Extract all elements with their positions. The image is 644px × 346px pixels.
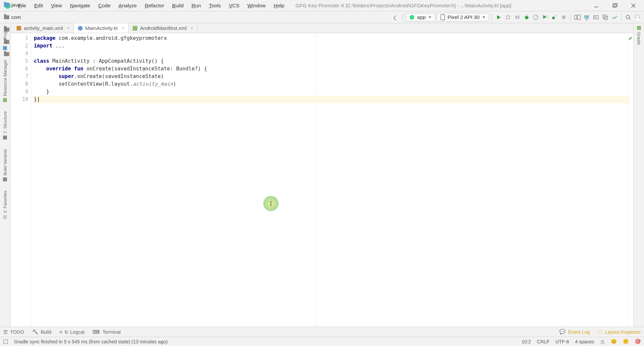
code-line[interactable]: import ... xyxy=(34,42,629,50)
line-number[interactable]: 9 xyxy=(11,88,31,96)
breadcrumb-label: com xyxy=(11,14,21,20)
emoji-sad-icon[interactable]: 😕 xyxy=(623,339,629,344)
tool-window-build-variants[interactable]: Build Variants xyxy=(3,149,8,181)
indent-setting[interactable]: 4 spaces xyxy=(575,339,594,344)
breadcrumb-item[interactable]: com xyxy=(4,14,51,20)
menu-bar: File Edit View Navigate Code Analyze Ref… xyxy=(0,0,644,11)
menu-window[interactable]: Window xyxy=(244,2,269,9)
tool-window-todo[interactable]: ☰TODO xyxy=(3,329,24,335)
status-bar: Gradle sync finished in 5 s 549 ms (from… xyxy=(0,337,644,346)
code-line[interactable] xyxy=(34,50,629,57)
editor-tab-label: activity_main.xml xyxy=(24,25,63,31)
toolbar-separator xyxy=(403,14,403,21)
line-number[interactable]: 2 xyxy=(11,42,31,50)
tool-window-event-log[interactable]: 💬Event Log xyxy=(559,329,590,335)
editor-tabs: activity_main.xml×MainActivity.kt×Androi… xyxy=(11,23,633,33)
close-tab-icon[interactable]: × xyxy=(191,26,193,31)
line-number[interactable]: 4 xyxy=(11,50,31,57)
code-line[interactable]: override fun onCreate(savedInstanceState… xyxy=(34,65,629,73)
layout-inspector-icon[interactable] xyxy=(601,13,609,21)
code-area[interactable]: I package com.example.android.gfgkeyprom… xyxy=(31,33,629,327)
svg-rect-12 xyxy=(515,16,517,19)
editor-tab[interactable]: MainActivity.kt× xyxy=(74,23,129,33)
tool-window-resource-manager[interactable]: Resource Manager xyxy=(3,59,8,102)
stop-button[interactable] xyxy=(560,13,568,21)
window-minimize-button[interactable] xyxy=(592,2,600,10)
svg-marker-28 xyxy=(585,19,588,20)
tool-window-structure[interactable]: 7: Structure xyxy=(3,111,8,139)
analysis-ok-icon: ✔ xyxy=(628,35,633,42)
tool-window-favorites[interactable]: 2: Favorites xyxy=(3,191,8,219)
editor-tab[interactable]: AndroidManifest.xml× xyxy=(129,23,198,33)
marker-bar[interactable]: ✔ xyxy=(629,33,633,327)
tool-window-gradle[interactable]: Gradle xyxy=(636,26,641,45)
menu-analyze[interactable]: Analyze xyxy=(115,2,140,9)
toolbar-separator xyxy=(570,14,571,21)
code-line[interactable]: } xyxy=(34,88,629,96)
readonly-lock-icon[interactable] xyxy=(600,339,605,344)
status-box-icon[interactable] xyxy=(3,339,8,344)
app-quality-icon[interactable] xyxy=(611,13,618,21)
line-number[interactable]: 1 xyxy=(11,35,31,42)
line-number[interactable]: 8 xyxy=(11,80,31,88)
device-selector[interactable]: Pixel 2 API 30 ▼ xyxy=(437,13,489,22)
editor-tab[interactable]: activity_main.xml× xyxy=(13,23,74,33)
file-encoding[interactable]: UTF-8 xyxy=(555,339,569,344)
menu-build[interactable]: Build xyxy=(169,2,187,9)
svg-rect-9 xyxy=(441,15,445,20)
menu-code[interactable]: Code xyxy=(95,2,114,9)
attach-debugger-icon[interactable] xyxy=(550,13,558,21)
search-everywhere-icon[interactable] xyxy=(624,13,632,21)
sync-project-icon[interactable] xyxy=(392,13,400,21)
code-line[interactable]: setContentView(R.layout.activity_main) xyxy=(34,80,629,88)
tool-window-build[interactable]: 🔨Build xyxy=(32,329,51,335)
line-number[interactable]: 7 xyxy=(11,73,31,80)
emoji-happy-icon[interactable]: 😊 xyxy=(611,339,617,344)
svg-point-36 xyxy=(636,16,638,18)
line-separator[interactable]: CRLF xyxy=(537,339,549,344)
code-line[interactable]: class MainActivity : AppCompatActivity()… xyxy=(34,57,629,65)
close-tab-icon[interactable]: × xyxy=(122,26,124,31)
sdk-manager-icon[interactable] xyxy=(583,13,591,21)
file-type-icon xyxy=(17,26,21,31)
apply-code-changes-icon[interactable] xyxy=(513,13,521,21)
gutter[interactable]: 1245678910 xyxy=(11,33,31,327)
avd-manager-icon[interactable] xyxy=(573,13,581,21)
tool-window-project[interactable]: 1: Project xyxy=(3,26,8,50)
menu-tools[interactable]: Tools xyxy=(206,2,224,9)
breadcrumb-label: java xyxy=(11,2,21,8)
line-number[interactable]: 10 xyxy=(11,96,31,103)
apply-changes-restart-icon[interactable] xyxy=(504,13,512,21)
android-app-icon xyxy=(409,15,415,20)
profile-button[interactable] xyxy=(532,13,540,21)
window-close-button[interactable] xyxy=(629,2,637,10)
code-line[interactable]: super.onCreate(savedInstanceState) xyxy=(34,73,629,80)
emoji-target-icon[interactable]: 🎯 xyxy=(635,339,641,344)
menu-navigate[interactable]: Navigate xyxy=(67,2,94,9)
menu-vcs[interactable]: VCS xyxy=(225,2,243,9)
debug-button[interactable] xyxy=(523,13,531,21)
tool-window-terminal[interactable]: ⌨Terminal xyxy=(93,329,121,335)
menu-help[interactable]: Help xyxy=(270,2,288,9)
line-number[interactable]: 5 xyxy=(11,57,31,65)
window-maximize-button[interactable] xyxy=(611,2,619,10)
tool-window-logcat[interactable]: ≡6: Logcat xyxy=(59,329,85,335)
menu-run[interactable]: Run xyxy=(188,2,204,9)
svg-point-33 xyxy=(626,15,629,19)
code-line[interactable]: package com.example.android.gfgkeypromot… xyxy=(34,35,629,42)
line-number[interactable]: 6 xyxy=(11,65,31,73)
menu-refactor[interactable]: Refactor xyxy=(141,2,167,9)
close-tab-icon[interactable]: × xyxy=(67,26,70,31)
svg-marker-10 xyxy=(497,15,501,19)
run-coverage-icon[interactable] xyxy=(541,13,549,21)
user-avatar-icon[interactable] xyxy=(633,13,641,21)
caret-position[interactable]: 10:2 xyxy=(522,339,531,344)
folder-icon xyxy=(4,52,9,56)
run-button[interactable] xyxy=(495,13,503,21)
run-configuration-selector[interactable]: app ▼ xyxy=(406,13,435,22)
left-tool-strip: 1: Project Resource Manager 7: Structure… xyxy=(0,23,11,327)
resource-manager-icon[interactable] xyxy=(592,13,600,21)
tool-window-layout-inspector[interactable]: ⬚Layout Inspector xyxy=(598,329,641,335)
breadcrumb-item[interactable]: java xyxy=(4,2,51,8)
code-line[interactable]: }| xyxy=(34,96,629,103)
